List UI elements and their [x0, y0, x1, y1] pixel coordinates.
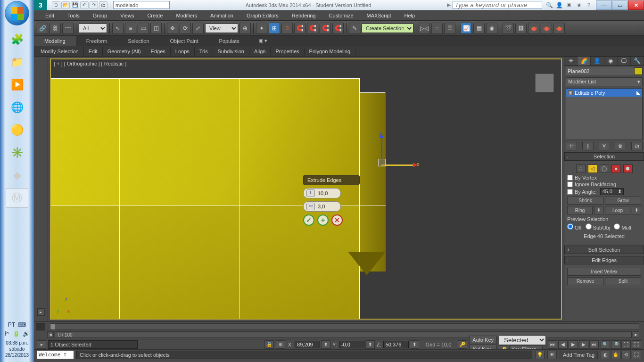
snap-5-icon[interactable]: 🧲 — [332, 23, 344, 34]
object-name-field[interactable]: Plane002 — [566, 67, 634, 75]
qat-project-icon[interactable]: 🗂 — [99, 1, 107, 9]
tray-battery-icon[interactable]: 🔋 — [13, 330, 20, 338]
subobj-vertex-icon[interactable]: ∴ — [576, 165, 586, 173]
listener-output[interactable]: Welcome t — [37, 351, 74, 359]
signin-icon[interactable]: 👤 — [555, 2, 563, 8]
ribbon-minimize-icon[interactable]: ▣ ▾ — [255, 37, 271, 45]
select-icon[interactable]: ↖ — [112, 23, 124, 34]
subobj-element-icon[interactable]: ⬢ — [623, 165, 633, 173]
add-time-tag-button[interactable]: Add Time Tag — [560, 351, 598, 359]
select-rect-icon[interactable]: ▭ — [138, 23, 149, 34]
tab-motion-icon[interactable]: ◉ — [604, 57, 618, 66]
system-tray[interactable]: PT⌨ 🏳🔋🔊 03:38 p.m. sábado 28/12/2013 — [4, 320, 30, 362]
caddy-ok-button[interactable]: ✓ — [303, 214, 314, 226]
pivot-icon[interactable]: ⊕ — [239, 23, 251, 34]
taskbar-chrome-icon[interactable]: 🟡 — [6, 120, 28, 140]
bind-icon[interactable]: 〰 — [62, 23, 74, 34]
menu-edit[interactable]: Edit — [39, 11, 61, 20]
abs-rel-icon[interactable]: ⊕ — [276, 340, 285, 349]
nav-zoom-all-icon[interactable]: 🔎 — [611, 340, 620, 349]
infocenter-icon[interactable]: 🔍 — [545, 2, 553, 8]
panel-modify-selection[interactable]: Modify Selection — [36, 47, 84, 56]
manipulate-icon[interactable]: ✦ — [256, 23, 267, 34]
panel-loops[interactable]: Loops — [171, 47, 195, 56]
taskbar-ie-icon[interactable]: 🌐 — [6, 98, 28, 117]
coord-z-spinner[interactable]: ⬍ — [410, 340, 419, 349]
selection-filter-dropdown[interactable]: All — [79, 24, 107, 33]
coord-x-spinner[interactable]: ⬍ — [321, 340, 330, 349]
tab-selection[interactable]: Selection — [117, 36, 159, 46]
unlink-icon[interactable]: ⛓ — [50, 23, 61, 34]
caddy-width-spinner[interactable]: ▭ 3,0 — [303, 201, 341, 212]
shrink-button[interactable]: Shrink — [567, 197, 603, 205]
goto-end-icon[interactable]: ⏭ — [589, 340, 599, 349]
select-name-icon[interactable]: ≡ — [125, 23, 136, 34]
by-vertex-checkbox[interactable] — [567, 175, 573, 181]
taskbar-media-icon[interactable]: ▶️ — [6, 75, 28, 95]
caddy-apply-button[interactable]: + — [317, 214, 329, 226]
tab-freeform[interactable]: Freeform — [76, 36, 118, 46]
nav-pan-icon[interactable]: ✋ — [611, 351, 620, 359]
qat-new-icon[interactable]: 🗋 — [52, 1, 60, 9]
snap-toggle-icon[interactable]: ⊞ — [269, 23, 280, 34]
qat-undo-icon[interactable]: ↶ — [80, 1, 89, 9]
subobj-polygon-icon[interactable]: ■ — [611, 165, 621, 173]
ref-coord-dropdown[interactable]: View — [205, 24, 238, 33]
layers-icon[interactable]: ☰ — [444, 23, 455, 34]
lang-indicator[interactable]: PT — [8, 321, 15, 329]
align-icon[interactable]: ≣ — [431, 23, 443, 34]
render-prod-icon[interactable]: 🫖 — [541, 23, 552, 34]
tray-time[interactable]: 03:38 p.m. — [4, 340, 30, 346]
panel-subdivision[interactable]: Subdivision — [213, 47, 249, 56]
mirror-icon[interactable]: ▷◁ — [419, 23, 430, 34]
menu-customize[interactable]: Customize — [322, 11, 360, 20]
menu-maxscript[interactable]: MAXScript — [360, 11, 398, 20]
loop-spinner[interactable]: ⬍ — [632, 206, 641, 214]
trackbar-right-arrow[interactable]: ► — [633, 331, 639, 338]
render-frame-icon[interactable]: 🖼 — [515, 23, 527, 34]
coord-y-field[interactable]: -0,0 — [339, 341, 364, 348]
modifier-stack[interactable]: + Editable Poly ◣ — [566, 88, 643, 140]
caddy-cancel-button[interactable]: ✕ — [331, 214, 343, 226]
menu-rendering[interactable]: Rendering — [285, 11, 322, 20]
qat-open-icon[interactable]: 📂 — [61, 1, 70, 9]
auto-key-button[interactable]: Auto Key — [469, 336, 497, 344]
taskbar-vs-icon[interactable]: ✳️ — [6, 143, 28, 163]
taskbar-icon[interactable]: 🧩 — [6, 30, 28, 49]
nav-orbit-icon[interactable]: ⟲ — [621, 351, 631, 359]
by-angle-checkbox[interactable] — [567, 189, 573, 195]
viewport-label[interactable]: [ + ] [ Orthographic ] [ Realistic ] — [54, 61, 126, 66]
material-editor-icon[interactable]: ◉ — [486, 23, 497, 34]
exchange-icon[interactable]: ✖ — [565, 2, 573, 8]
menu-animation[interactable]: Animation — [204, 11, 240, 20]
gizmo-x-axis[interactable] — [381, 165, 414, 166]
maxscript-mini-listener-icon[interactable]: ▸ — [37, 340, 46, 349]
tab-display-icon[interactable]: 🖵 — [618, 57, 631, 66]
menu-group[interactable]: Group — [86, 11, 114, 20]
rotate-icon[interactable]: ⟳ — [180, 23, 191, 34]
tab-utilities-icon[interactable]: 🔧 — [631, 57, 644, 66]
gizmo-plane-handle[interactable] — [378, 159, 386, 166]
menu-tools[interactable]: Tools — [61, 11, 86, 20]
remove-button[interactable]: Remove — [567, 277, 603, 285]
nav-fov-icon[interactable]: ◐ — [601, 351, 610, 359]
named-selection-dropdown[interactable]: Create Selection Se — [362, 24, 413, 33]
configure-sets-icon[interactable]: 🗂 — [631, 142, 643, 150]
tab-populate[interactable]: Populate — [208, 36, 249, 46]
tab-create-icon[interactable]: ✳ — [564, 57, 578, 66]
tray-volume-icon[interactable]: 🔊 — [23, 330, 30, 338]
render-icon[interactable]: 🫖 — [528, 23, 539, 34]
coord-x-field[interactable]: 89,209 — [295, 341, 320, 348]
tab-hierarchy-icon[interactable]: 👤 — [591, 57, 604, 66]
nav-max-toggle-icon[interactable]: ⛶ — [632, 351, 641, 359]
start-button[interactable] — [5, 1, 29, 25]
rollout-selection-header[interactable]: -Selection — [564, 152, 644, 161]
percent-snap-icon[interactable]: 🧲 — [294, 23, 305, 34]
named-sel-icon[interactable]: ✎ — [349, 23, 360, 34]
minimize-button[interactable]: — — [596, 0, 612, 10]
ring-button[interactable]: Ring — [567, 206, 593, 214]
rollout-edit-edges-header[interactable]: -Edit Edges — [564, 256, 644, 264]
nav-zoom-extents-icon[interactable]: ⛶ — [621, 340, 631, 349]
object-color-swatch[interactable] — [634, 67, 643, 75]
menu-graph-editors[interactable]: Graph Editors — [240, 11, 285, 20]
